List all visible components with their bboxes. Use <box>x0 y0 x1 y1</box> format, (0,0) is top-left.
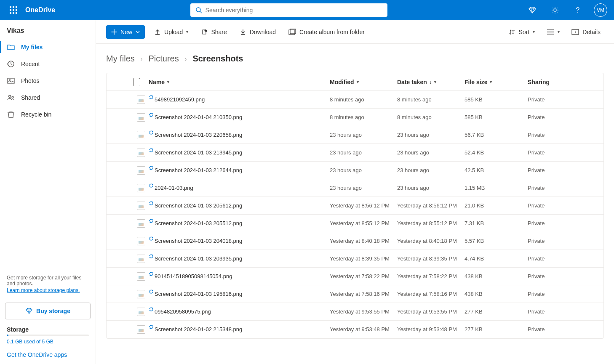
date-taken-cell: 23 hours ago <box>397 167 465 173</box>
file-name-cell[interactable]: 2024-01-03.png <box>149 185 330 191</box>
premium-icon[interactable] <box>522 0 542 20</box>
details-button[interactable]: Details <box>568 25 604 39</box>
table-row[interactable]: Screenshot 2024-01-03 205512.png Yesterd… <box>107 215 603 232</box>
date-taken-cell: 8 minutes ago <box>397 114 465 120</box>
file-name-cell[interactable]: 095482095809575.png <box>149 308 330 315</box>
storage-plans-link[interactable]: Learn more about storage plans. <box>7 287 80 293</box>
table-row[interactable]: Screenshot 2024-01-03 213945.png 23 hour… <box>107 144 603 162</box>
sidebar-item-photos[interactable]: Photos <box>0 72 96 89</box>
table-row[interactable]: Screenshot 2024-01-03 203935.png Yesterd… <box>107 250 603 268</box>
file-name-cell[interactable]: Screenshot 2024-01-03 203935.png <box>149 255 330 262</box>
sync-icon <box>149 236 154 241</box>
sharing-cell: Private <box>528 114 603 120</box>
column-date-taken[interactable]: Date taken ↓ ▾ <box>397 79 465 85</box>
file-name-cell[interactable]: Screenshot 2024-01-03 220658.png <box>149 132 330 138</box>
file-type-icon <box>133 202 149 210</box>
column-name[interactable]: Name ▾ <box>149 79 330 85</box>
modified-cell: Yesterday at 9:53:55 PM <box>330 308 397 315</box>
table-row[interactable]: Screenshot 2024-01-03 212644.png 23 hour… <box>107 162 603 179</box>
sharing-cell: Private <box>528 308 603 315</box>
help-icon[interactable] <box>568 0 588 20</box>
recent-icon <box>7 60 15 68</box>
sharing-cell: Private <box>528 273 603 279</box>
sort-button[interactable]: Sort ▾ <box>505 25 539 39</box>
sidebar-item-label: Recycle bin <box>21 111 51 118</box>
sync-icon <box>149 201 154 206</box>
table-row[interactable]: 5498921092459.png 8 minutes ago 8 minute… <box>107 91 603 109</box>
sidebar-item-my-files[interactable]: My files <box>0 39 96 56</box>
file-name-cell[interactable]: 9014514518905098145054.png <box>149 273 330 279</box>
download-icon <box>240 29 246 35</box>
table-row[interactable]: Screenshot 2024-01-03 220658.png 23 hour… <box>107 126 603 144</box>
modified-cell: Yesterday at 7:58:16 PM <box>330 291 397 297</box>
file-type-icon <box>133 308 149 316</box>
table-row[interactable]: Screenshot 2024-01-03 204018.png Yesterd… <box>107 232 603 250</box>
header-bar: OneDrive VM <box>0 0 614 20</box>
file-name-cell[interactable]: Screenshot 2024-01-03 212644.png <box>149 167 330 173</box>
search-box[interactable] <box>190 3 387 17</box>
file-name-cell[interactable]: Screenshot 2024-01-03 195816.png <box>149 291 330 297</box>
share-button[interactable]: Share <box>198 25 230 39</box>
sharing-cell: Private <box>528 149 603 156</box>
modified-cell: 23 hours ago <box>330 149 397 156</box>
sharing-cell: Private <box>528 238 603 244</box>
new-button[interactable]: New <box>106 25 145 39</box>
settings-icon[interactable] <box>545 0 565 20</box>
sidebar-item-recycle-bin[interactable]: Recycle bin <box>0 106 96 123</box>
sync-icon <box>149 271 154 276</box>
view-options-button[interactable]: ▾ <box>543 25 563 39</box>
date-taken-cell: Yesterday at 9:53:48 PM <box>397 326 465 332</box>
sharing-cell: Private <box>528 326 603 332</box>
breadcrumb-my-files[interactable]: My files <box>106 54 135 64</box>
get-apps-link[interactable]: Get the OneDrive apps <box>0 348 96 364</box>
sort-icon <box>509 29 515 35</box>
chevron-down-icon: ▾ <box>357 80 359 84</box>
file-type-icon <box>133 166 149 175</box>
chevron-right-icon: › <box>141 56 143 62</box>
column-modified[interactable]: Modified ▾ <box>330 79 397 85</box>
avatar-initials: VM <box>594 3 607 17</box>
table-row[interactable]: 095482095809575.png Yesterday at 9:53:55… <box>107 303 603 321</box>
sidebar-item-shared[interactable]: Shared <box>0 89 96 106</box>
upload-button[interactable]: Upload ▾ <box>151 25 192 39</box>
file-name-cell[interactable]: Screenshot 2024-01-03 213945.png <box>149 149 330 156</box>
table-row[interactable]: Screenshot 2024-01-03 205612.png Yesterd… <box>107 197 603 215</box>
table-row[interactable]: 9014514518905098145054.png Yesterday at … <box>107 268 603 285</box>
sidebar-item-recent[interactable]: Recent <box>0 56 96 72</box>
search-input[interactable] <box>206 7 382 13</box>
sharing-cell: Private <box>528 202 603 209</box>
file-name-cell[interactable]: Screenshot 2024-01-03 205512.png <box>149 220 330 226</box>
column-sharing[interactable]: Sharing <box>528 79 603 85</box>
create-album-button[interactable]: Create album from folder <box>285 25 368 39</box>
app-name[interactable]: OneDrive <box>25 6 55 14</box>
file-type-icon <box>133 78 140 86</box>
file-size-cell: 52.4 KB <box>465 149 528 156</box>
column-icon-header[interactable] <box>133 78 149 86</box>
svg-point-6 <box>9 80 11 81</box>
storage-used-text[interactable]: 0.1 GB used of 5 GB <box>0 339 96 348</box>
column-file-size[interactable]: File size ▾ <box>465 79 528 85</box>
file-name-cell[interactable]: Screenshot 2024-01-03 204018.png <box>149 238 330 244</box>
breadcrumb-pictures[interactable]: Pictures <box>148 54 179 64</box>
buy-storage-button[interactable]: Buy storage <box>5 303 91 319</box>
table-row[interactable]: Screenshot 2024-01-04 210350.png 8 minut… <box>107 109 603 126</box>
upload-icon <box>154 29 161 35</box>
table-row[interactable]: 2024-01-03.png 23 hours ago 23 hours ago… <box>107 179 603 197</box>
sidebar-item-label: Shared <box>21 94 40 101</box>
download-button[interactable]: Download <box>236 25 279 39</box>
album-icon <box>288 29 296 35</box>
file-name-cell[interactable]: Screenshot 2024-01-02 215348.png <box>149 326 330 332</box>
view-list-icon <box>547 29 554 35</box>
file-name-cell[interactable]: Screenshot 2024-01-03 205612.png <box>149 202 330 209</box>
account-avatar[interactable]: VM <box>590 0 611 20</box>
table-row[interactable]: Screenshot 2024-01-02 215348.png Yesterd… <box>107 321 603 338</box>
file-name-cell[interactable]: 5498921092459.png <box>149 96 330 103</box>
file-size-cell: 585 KB <box>465 114 528 120</box>
photos-icon <box>7 77 15 85</box>
file-name-cell[interactable]: Screenshot 2024-01-04 210350.png <box>149 114 330 120</box>
chevron-down-icon: ▾ <box>167 80 169 84</box>
app-launcher-icon[interactable] <box>3 0 24 20</box>
sharing-cell: Private <box>528 220 603 226</box>
table-row[interactable]: Screenshot 2024-01-03 195816.png Yesterd… <box>107 285 603 303</box>
modified-cell: 8 minutes ago <box>330 96 397 103</box>
